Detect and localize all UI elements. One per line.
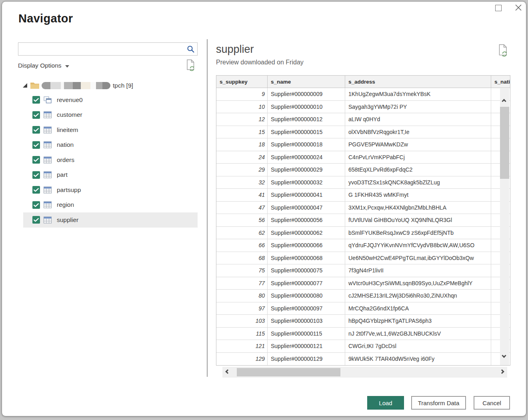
table-cell: Supplier#000000018 [268, 138, 345, 151]
refresh-preview-icon[interactable] [497, 44, 509, 58]
table-cell: Supplier#000000115 [268, 328, 345, 340]
tree-item-supplier[interactable]: supplier [23, 212, 198, 228]
page-title: Navigator [18, 12, 73, 25]
table-cell: 77 [216, 277, 268, 290]
maximize-button[interactable] [495, 5, 502, 11]
tree-item-revenue0[interactable]: revenue0 [23, 92, 198, 108]
redacted-server-name [42, 82, 110, 89]
table-cell: Supplier#000000024 [268, 151, 345, 164]
pane-divider [207, 39, 208, 377]
tree-item-part[interactable]: part [23, 168, 198, 183]
table-row: 115Supplier#000000115nJ 2t0f7Ve,wL1,6WzG… [216, 328, 510, 340]
table-cell: Supplier#000000075 [268, 264, 345, 277]
table-cell: Supplier#000000029 [268, 164, 345, 176]
table-cell: 115 [216, 328, 268, 340]
search-box[interactable] [18, 42, 198, 56]
checkbox-checked[interactable] [32, 111, 40, 119]
search-input[interactable] [21, 43, 183, 55]
checkbox-checked[interactable] [32, 171, 40, 179]
tree-item-partsupp[interactable]: partsupp [23, 182, 198, 198]
table-cell: CWGri,tKI 7gDcDsl [345, 340, 491, 352]
display-options-dropdown[interactable]: Display Options [18, 62, 69, 69]
load-button[interactable]: Load [367, 396, 404, 410]
tree-item-region[interactable]: region [23, 198, 198, 213]
table-cell: Supplier#000000009 [268, 88, 345, 100]
table-cell: qYdruFJQJYYiKvnNVmYfCVydVB8bcW,AW,U6SO [345, 239, 491, 252]
scroll-down-icon[interactable] [502, 353, 506, 358]
tree-item-lineitem[interactable]: lineitem [23, 122, 198, 138]
table-cell: 47 [216, 202, 268, 214]
table-cell: Supplier#000000041 [268, 189, 345, 201]
scroll-right-icon[interactable] [500, 369, 504, 374]
close-button[interactable] [514, 3, 523, 12]
table-icon [44, 171, 52, 178]
vertical-scrollbar-thumb[interactable] [500, 107, 509, 179]
refresh-file-icon[interactable] [185, 59, 196, 72]
table-cell: 3XM1x,Pcxqw,HK4XNlgbnZMbLhBHLA [345, 202, 491, 214]
table-row: 12Supplier#000000012aLIW q0HYd [216, 113, 510, 126]
checkbox-checked[interactable] [32, 156, 40, 164]
table-cell: wVtcr0uH3CyrSiWMLsqnB09Syo,UuZxPMeBghlY [345, 277, 491, 290]
table-cell: 29 [216, 164, 268, 176]
table-icon [44, 186, 52, 194]
tree-item-nation[interactable]: nation [23, 138, 198, 153]
table-cell: Supplier#000000097 [268, 302, 345, 315]
table-cell: Supplier#000000066 [268, 239, 345, 252]
checkbox-checked[interactable] [32, 186, 40, 194]
table-cell: olXVbNBfVzRqgokr1T,Ie [345, 126, 491, 138]
table-cell: Ue6N50wH2CwE4PPgTGLmat,ibGYYlDoOb3xQw [345, 252, 491, 264]
table-cell: Supplier#000000032 [268, 176, 345, 189]
table-cell: Saygah3gYWMp72i PY [345, 101, 491, 113]
horizontal-scrollbar-thumb[interactable] [237, 368, 340, 376]
table-cell: 12 [216, 113, 268, 126]
table-cell: 18 [216, 138, 268, 151]
table-cell: 97 [216, 302, 268, 315]
table-header-row: s_suppkeys_names_addresss_natio [216, 76, 510, 88]
table-row: 15Supplier#000000015olXVbNBfVzRqgokr1T,I… [216, 126, 510, 139]
table-cell: MrCQha2G6ndX1fp6CA [345, 302, 491, 315]
table-row: 77Supplier#000000077wVtcr0uH3CyrSiWMLsqn… [216, 277, 510, 290]
checkbox-checked[interactable] [32, 126, 40, 134]
table-row: 32Supplier#000000032yvoD3TtZSx1skQNCK8ag… [216, 176, 510, 189]
checkbox-checked[interactable] [32, 201, 40, 209]
table-row: 80Supplier#000000080cJ2MHSEJ13rIL2Wj3D5i… [216, 290, 510, 302]
vertical-scrollbar[interactable] [500, 88, 509, 365]
checkbox-checked[interactable] [32, 216, 40, 224]
checkbox-checked[interactable] [32, 141, 40, 149]
table-cell: Supplier#000000047 [268, 202, 345, 214]
search-icon[interactable] [186, 45, 195, 54]
expand-triangle-icon[interactable] [23, 83, 27, 88]
tree-item-customer[interactable]: customer [23, 108, 198, 123]
checkbox-checked[interactable] [32, 96, 40, 104]
table-cell: nJ 2t0f7Ve,wL1,6WzGBJLNBUCKlsV [345, 328, 491, 340]
view-icon [44, 96, 52, 104]
tree-item-orders[interactable]: orders [23, 152, 198, 168]
table-cell: Supplier#000000129 [268, 353, 345, 366]
table-cell: yvoD3TtZSx1skQNCK8agk5bZlZLug [345, 176, 491, 189]
table-cell: hBpQ4GYblzpHKTgATLPAS6ph3 [345, 315, 491, 327]
table-icon [44, 201, 52, 208]
table-row: 24Supplier#000000024C4nPvLrVmKPPabFCj [216, 151, 510, 164]
table-row: 129Supplier#0000001299kWUk5K 7TAR40dW5nV… [216, 353, 510, 366]
table-cell: Supplier#000000077 [268, 277, 345, 290]
table-row: 41Supplier#000000041G 1FKHR435 wMKFmyt [216, 189, 510, 202]
table-icon [44, 111, 52, 118]
nav-tree: revenue0 customer [23, 92, 198, 228]
horizontal-scrollbar[interactable] [222, 367, 507, 378]
preview-subtitle: Preview downloaded on Friday [216, 59, 304, 66]
table-icon [44, 126, 52, 134]
table-cell: 9 [216, 88, 268, 100]
tree-root-database[interactable]: tpch [9] [18, 79, 133, 92]
transform-data-button[interactable]: Transform Data [411, 396, 466, 410]
table-icon [44, 156, 52, 164]
scroll-left-icon[interactable] [225, 369, 230, 374]
scroll-up-icon[interactable] [502, 99, 506, 103]
table-cell: 10 [216, 101, 268, 113]
tree-item-label: revenue0 [57, 96, 83, 104]
table-cell: 56 [216, 214, 268, 226]
table-row: 66Supplier#000000066qYdruFJQJYYiKvnNVmYf… [216, 239, 510, 252]
table-row: 62Supplier#000000062bSmlFYUKBeRsqJxwC9 z… [216, 227, 510, 240]
table-row: 56Supplier#000000056fUVtlUVal GiHBOuYoUQ… [216, 214, 510, 227]
preview-table: s_suppkeys_names_addresss_natio 9Supplie… [216, 75, 510, 366]
cancel-button[interactable]: Cancel [474, 396, 510, 410]
